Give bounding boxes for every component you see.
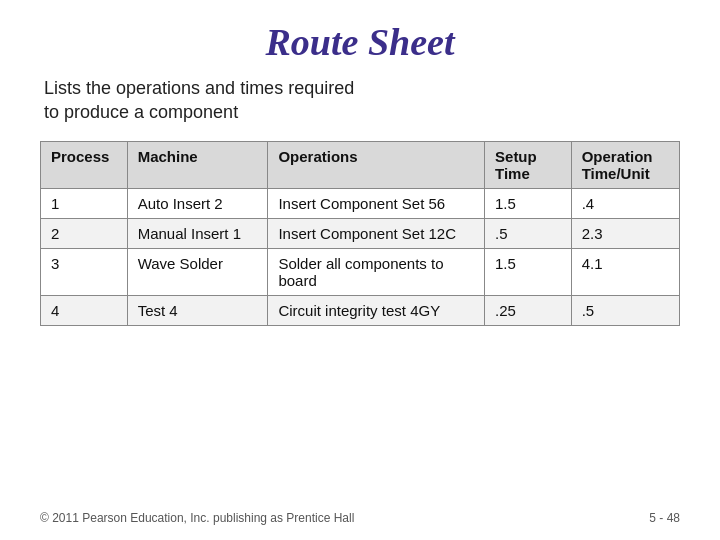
table-row: 4Test 4Circuit integrity test 4GY.25.5 — [41, 295, 680, 325]
cell-process: 4 — [41, 295, 128, 325]
cell-machine: Wave Solder — [127, 248, 268, 295]
cell-operations: Insert Component Set 12C — [268, 218, 485, 248]
table-row: 1Auto Insert 2Insert Component Set 561.5… — [41, 188, 680, 218]
cell-process: 2 — [41, 218, 128, 248]
page-title: Route Sheet — [40, 20, 680, 64]
cell-machine: Manual Insert 1 — [127, 218, 268, 248]
footer: © 2011 Pearson Education, Inc. publishin… — [40, 501, 680, 525]
cell-setup_time: .5 — [485, 218, 572, 248]
cell-process: 1 — [41, 188, 128, 218]
header-operations: Operations — [268, 141, 485, 188]
cell-process: 3 — [41, 248, 128, 295]
header-process: Process — [41, 141, 128, 188]
cell-op_time: .4 — [571, 188, 679, 218]
cell-setup_time: 1.5 — [485, 248, 572, 295]
page: Route Sheet Lists the operations and tim… — [0, 0, 720, 540]
cell-setup_time: 1.5 — [485, 188, 572, 218]
cell-op_time: .5 — [571, 295, 679, 325]
page-number: 5 - 48 — [649, 511, 680, 525]
cell-operations: Solder all components to board — [268, 248, 485, 295]
cell-op_time: 4.1 — [571, 248, 679, 295]
cell-op_time: 2.3 — [571, 218, 679, 248]
cell-machine: Test 4 — [127, 295, 268, 325]
cell-operations: Circuit integrity test 4GY — [268, 295, 485, 325]
table-row: 3Wave SolderSolder all components to boa… — [41, 248, 680, 295]
cell-setup_time: .25 — [485, 295, 572, 325]
cell-operations: Insert Component Set 56 — [268, 188, 485, 218]
page-subtitle: Lists the operations and times requiredt… — [40, 76, 680, 125]
table-row: 2Manual Insert 1Insert Component Set 12C… — [41, 218, 680, 248]
header-machine: Machine — [127, 141, 268, 188]
header-setup-time: Setup Time — [485, 141, 572, 188]
cell-machine: Auto Insert 2 — [127, 188, 268, 218]
header-op-time: Operation Time/Unit — [571, 141, 679, 188]
copyright-text: © 2011 Pearson Education, Inc. publishin… — [40, 511, 354, 525]
route-sheet-table: Process Machine Operations Setup Time Op… — [40, 141, 680, 326]
